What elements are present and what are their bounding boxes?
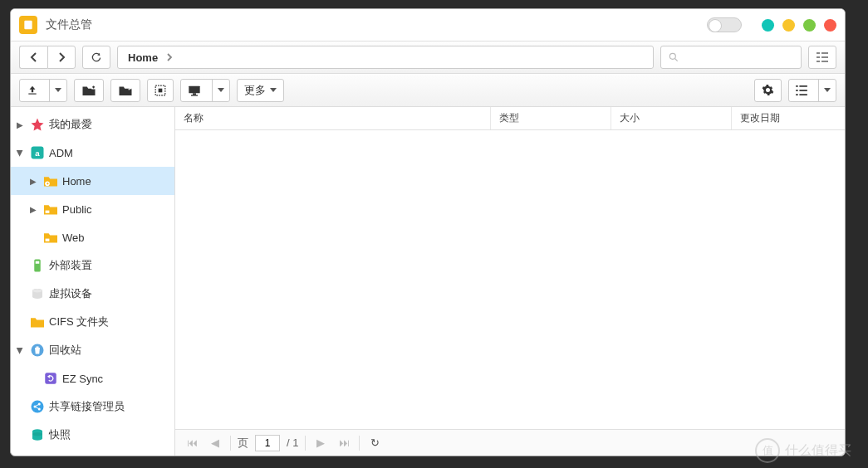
sidebar-label: CIFS 文件夹 bbox=[49, 314, 109, 329]
page-input[interactable] bbox=[255, 435, 280, 451]
view-options-button[interactable] bbox=[808, 46, 836, 69]
folder-home-icon bbox=[42, 173, 59, 189]
page-refresh-button[interactable]: ↻ bbox=[366, 435, 383, 451]
refresh-button[interactable] bbox=[82, 46, 110, 69]
svg-point-1 bbox=[669, 53, 675, 59]
folder-arrow-icon bbox=[118, 85, 133, 96]
sidebar-item-recycle[interactable]: ▶ 回收站 bbox=[11, 336, 174, 364]
more-button[interactable]: 更多 bbox=[237, 79, 284, 102]
folder-web-icon bbox=[42, 229, 59, 246]
column-headers: 名称 类型 大小 更改日期 bbox=[175, 107, 845, 130]
nav-back-button[interactable] bbox=[19, 46, 47, 69]
search-icon bbox=[668, 51, 679, 63]
search-input[interactable] bbox=[660, 46, 802, 69]
pagination: ⏮ ◀ 页 / 1 ▶ ⏭ ↻ bbox=[175, 429, 845, 456]
sidebar-label: 外部装置 bbox=[49, 258, 92, 273]
page-last-button[interactable]: ⏭ bbox=[336, 435, 352, 451]
ezsync-icon bbox=[29, 455, 46, 456]
star-icon bbox=[29, 116, 46, 133]
file-list-area[interactable] bbox=[175, 130, 845, 429]
page-total: / 1 bbox=[287, 436, 298, 449]
column-type[interactable]: 类型 bbox=[491, 107, 611, 129]
svg-rect-19 bbox=[799, 90, 807, 91]
svg-rect-3 bbox=[817, 52, 820, 54]
svg-rect-0 bbox=[24, 21, 32, 30]
svg-rect-20 bbox=[796, 94, 798, 95]
folder-icon bbox=[29, 314, 46, 330]
close-dot[interactable] bbox=[824, 19, 836, 32]
ezsync-icon bbox=[42, 370, 59, 387]
sidebar-label: ADM bbox=[49, 147, 73, 159]
open-folder-button[interactable] bbox=[110, 79, 140, 102]
settings-button[interactable] bbox=[754, 79, 782, 102]
column-date[interactable]: 更改日期 bbox=[732, 107, 845, 129]
app-icon bbox=[19, 16, 37, 34]
svg-rect-8 bbox=[821, 61, 828, 62]
nav-forward-button[interactable] bbox=[47, 46, 76, 69]
window-toggle[interactable] bbox=[707, 17, 742, 32]
chevron-right-icon bbox=[166, 53, 173, 61]
svg-rect-17 bbox=[799, 85, 807, 87]
svg-text:a: a bbox=[35, 149, 40, 158]
svg-rect-7 bbox=[817, 61, 820, 62]
svg-rect-12 bbox=[159, 88, 163, 92]
sidebar-label: Home bbox=[62, 175, 91, 188]
sidebar-item-web[interactable]: Web bbox=[11, 223, 174, 251]
sidebar-item-ezsync-sub[interactable]: EZ Sync bbox=[11, 364, 174, 392]
gear-icon bbox=[762, 84, 774, 96]
breadcrumb[interactable]: Home bbox=[117, 46, 654, 69]
sidebar-label: 回收站 bbox=[49, 343, 81, 358]
sidebar-label: 虚拟设备 bbox=[49, 286, 92, 301]
sidebar-item-external[interactable]: 外部装置 bbox=[11, 251, 174, 280]
svg-rect-16 bbox=[796, 85, 798, 87]
expand-icon[interactable]: ▶ bbox=[27, 177, 39, 186]
list-icon bbox=[796, 85, 807, 95]
page-prev-button[interactable]: ◀ bbox=[207, 435, 223, 451]
collapse-icon[interactable]: ▶ bbox=[16, 344, 25, 356]
breadcrumb-item[interactable]: Home bbox=[128, 51, 158, 64]
svg-rect-32 bbox=[45, 373, 56, 384]
svg-rect-26 bbox=[46, 239, 50, 241]
svg-rect-4 bbox=[821, 52, 828, 54]
virtual-device-icon bbox=[29, 285, 46, 302]
sidebar-item-favorites[interactable]: ▶ 我的最愛 bbox=[11, 110, 174, 139]
new-folder-button[interactable] bbox=[74, 79, 104, 102]
sidebar-item-home[interactable]: ▶ Home bbox=[11, 167, 174, 195]
page-label: 页 bbox=[238, 436, 248, 451]
maximize-dot[interactable] bbox=[782, 19, 795, 32]
sidebar-item-cifs[interactable]: CIFS 文件夹 bbox=[11, 308, 174, 336]
more-label: 更多 bbox=[244, 83, 266, 98]
fullscreen-dot[interactable] bbox=[803, 19, 816, 32]
sidebar-item-snapshot[interactable]: 快照 bbox=[11, 421, 174, 449]
svg-rect-13 bbox=[189, 85, 199, 93]
svg-rect-18 bbox=[796, 90, 798, 91]
sidebar: ▶ 我的最愛 ▶ a ADM ▶ Home ▶ Public bbox=[11, 107, 175, 456]
sidebar-item-virtual[interactable]: 虚拟设备 bbox=[11, 280, 174, 308]
expand-icon[interactable]: ▶ bbox=[27, 205, 39, 214]
select-all-button[interactable] bbox=[147, 79, 174, 102]
sidebar-item-ezsync[interactable]: EZ Sync bbox=[11, 449, 174, 456]
sidebar-item-share[interactable]: 共享链接管理员 bbox=[11, 392, 174, 421]
svg-rect-6 bbox=[821, 56, 828, 58]
page-next-button[interactable]: ▶ bbox=[312, 435, 329, 451]
collapse-icon[interactable]: ▶ bbox=[16, 147, 25, 158]
sidebar-item-public[interactable]: ▶ Public bbox=[11, 195, 174, 223]
column-name[interactable]: 名称 bbox=[175, 107, 491, 129]
sidebar-label: 我的最愛 bbox=[49, 117, 92, 132]
expand-icon[interactable]: ▶ bbox=[14, 120, 26, 129]
page-first-button[interactable]: ⏮ bbox=[184, 435, 200, 451]
sidebar-label: Web bbox=[62, 232, 85, 244]
svg-point-30 bbox=[32, 289, 42, 293]
sidebar-item-adm[interactable]: ▶ a ADM bbox=[11, 139, 174, 167]
column-size[interactable]: 大小 bbox=[611, 107, 732, 129]
display-button[interactable] bbox=[180, 79, 230, 102]
svg-rect-15 bbox=[191, 95, 198, 95]
minimize-dot[interactable] bbox=[762, 19, 774, 32]
sidebar-label: EZ Sync bbox=[62, 373, 103, 385]
svg-rect-5 bbox=[817, 56, 820, 58]
sidebar-label: Public bbox=[62, 203, 91, 216]
upload-button[interactable] bbox=[19, 79, 67, 102]
share-icon bbox=[29, 398, 46, 415]
svg-point-38 bbox=[32, 432, 42, 436]
list-view-button[interactable] bbox=[788, 79, 836, 102]
